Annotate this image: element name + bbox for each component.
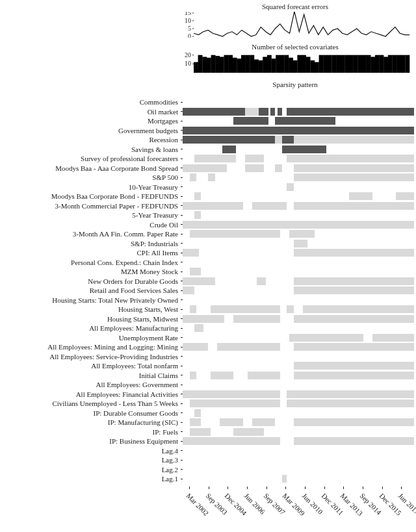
segment xyxy=(282,146,326,153)
sparsity-row: All Employees: Manufacturing xyxy=(0,323,416,333)
svg-rect-36 xyxy=(297,55,302,73)
row-label: Recession xyxy=(0,136,181,144)
svg-text:10: 10 xyxy=(185,17,191,24)
segment xyxy=(194,409,202,417)
segment xyxy=(194,155,236,162)
sparsity-row: New Orders for Durable Goods xyxy=(0,277,416,286)
segment xyxy=(372,334,414,342)
segment xyxy=(275,164,282,172)
sparsity-row: Housing Starts, West xyxy=(0,305,416,314)
svg-text:20: 20 xyxy=(185,52,191,58)
row-label: Crude Oil xyxy=(0,221,181,229)
sparsity-row: 5-Year Treasury xyxy=(0,210,416,220)
svg-rect-43 xyxy=(328,55,332,73)
segment xyxy=(211,372,234,379)
segment xyxy=(183,221,294,229)
svg-rect-21 xyxy=(233,58,237,73)
row-label: Savings & loans xyxy=(0,146,181,153)
sparsity-row: S&P 500 xyxy=(0,173,416,183)
sparsity-row: S&P: Industrials xyxy=(0,239,416,249)
sparsity-row: Lag.3 xyxy=(0,455,416,465)
segment xyxy=(303,305,414,313)
segment xyxy=(294,136,414,144)
svg-rect-56 xyxy=(384,57,388,73)
segment xyxy=(190,399,280,407)
sparsity-row: Civilians Unemployed - Less Than 5 Weeks xyxy=(0,399,416,409)
segment xyxy=(282,475,287,483)
sparsity-row: IP: Fuels xyxy=(0,427,416,437)
segment xyxy=(294,277,414,285)
segment xyxy=(252,418,276,426)
segment xyxy=(289,230,315,238)
sparsity-row: Crude Oil xyxy=(0,220,416,230)
svg-rect-51 xyxy=(362,55,367,73)
covariates-bar-chart: 1020 xyxy=(179,52,411,74)
row-label: MZM Money Stock xyxy=(0,268,181,275)
svg-rect-35 xyxy=(293,60,298,73)
row-label: IP: Fuels xyxy=(0,428,181,436)
sparsity-row: 3-Month AA Fin. Comm. Paper Rate xyxy=(0,229,416,239)
svg-rect-48 xyxy=(349,55,354,73)
segment xyxy=(194,324,203,332)
svg-rect-57 xyxy=(388,55,393,73)
row-label: Commodities xyxy=(0,98,181,106)
svg-rect-33 xyxy=(284,55,289,73)
segment xyxy=(294,249,414,257)
segment xyxy=(233,315,280,323)
sparsity-row: Commodities xyxy=(0,97,416,107)
row-label: All Employees: Government xyxy=(0,381,181,388)
segment xyxy=(294,437,414,445)
sparsity-row: IP: Manufacturing (SIC) xyxy=(0,418,416,427)
svg-rect-15 xyxy=(207,58,211,73)
sparsity-row: All Employees: Service-Providing Industr… xyxy=(0,352,416,362)
row-label: Housing Starts: Total New Privately Owne… xyxy=(0,296,181,304)
svg-rect-38 xyxy=(306,57,311,73)
segment xyxy=(190,173,197,181)
segment xyxy=(190,428,211,436)
sparsity-row: IP: Business Equipment xyxy=(0,437,416,446)
svg-rect-20 xyxy=(228,55,233,73)
row-label: Lag.1 xyxy=(0,475,181,483)
row-label: New Orders for Durable Goods xyxy=(0,277,181,285)
svg-rect-44 xyxy=(332,55,337,73)
sparsity-row: Housing Starts, Midwest xyxy=(0,314,416,324)
svg-rect-55 xyxy=(380,55,384,73)
segment xyxy=(248,372,280,379)
row-label: Retail and Food Services Sales xyxy=(0,286,181,294)
segment xyxy=(257,277,266,285)
svg-rect-13 xyxy=(198,55,203,73)
row-label: S&P: Industrials xyxy=(0,240,181,247)
row-label: All Employees: Financial Activities xyxy=(0,390,181,398)
sparsity-row: Recession xyxy=(0,135,416,145)
segment xyxy=(349,192,372,200)
svg-rect-24 xyxy=(246,55,250,73)
sparsity-heatmap: CommoditiesOil marketMortgagesGovernment… xyxy=(0,97,416,484)
segment xyxy=(190,372,197,379)
segment xyxy=(294,372,414,379)
row-label: Mortgages xyxy=(0,117,181,125)
svg-rect-52 xyxy=(367,55,371,73)
row-label: All Employees: Mining and Logging: Minin… xyxy=(0,343,181,351)
sparsity-row: All Employees: Financial Activities xyxy=(0,390,416,399)
segment xyxy=(294,173,414,181)
segment xyxy=(183,315,224,323)
svg-rect-29 xyxy=(267,55,272,73)
svg-rect-41 xyxy=(319,55,324,73)
row-label: All Employees: Service-Providing Industr… xyxy=(0,353,181,361)
row-label: Housing Starts, West xyxy=(0,305,181,313)
segment xyxy=(282,136,294,144)
svg-rect-23 xyxy=(241,55,246,73)
segment xyxy=(183,164,227,172)
segment xyxy=(287,305,294,313)
sparsity-row: Oil market xyxy=(0,107,416,117)
panel3-title: Sparsity pattern xyxy=(179,81,411,88)
segment xyxy=(183,390,280,398)
segment xyxy=(294,164,414,172)
segment xyxy=(287,390,414,398)
segment xyxy=(245,155,263,162)
row-label: Lag.4 xyxy=(0,447,181,455)
sparsity-row: IP: Durable Consumer Goods xyxy=(0,409,416,418)
sparsity-row: Government budgets xyxy=(0,126,416,136)
row-label: S&P 500 xyxy=(0,173,181,181)
svg-rect-61 xyxy=(405,55,410,73)
